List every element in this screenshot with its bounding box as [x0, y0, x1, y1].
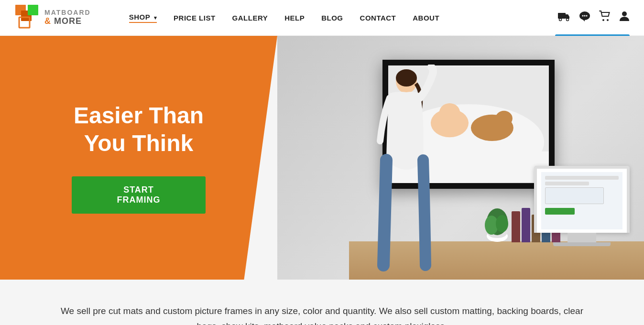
- monitor-stand: [568, 233, 596, 242]
- hero-section: Easier Than You Think START FRAMING Easi…: [0, 36, 644, 280]
- logo-icon: [14, 4, 41, 32]
- svg-point-6: [567, 19, 569, 21]
- svg-point-5: [559, 19, 562, 21]
- hero-heading: Easier Than You Think: [74, 102, 204, 157]
- main-nav: SHOP ▾ PRICE LIST GALLERY HELP BLOG CONT…: [129, 13, 558, 23]
- nav-shop[interactable]: SHOP ▾: [129, 13, 157, 23]
- monitor: [534, 166, 630, 246]
- svg-point-10: [586, 15, 588, 17]
- hero-right-panel: Easier than you think.: [277, 36, 644, 280]
- start-framing-button[interactable]: START FRAMING: [72, 176, 206, 214]
- svg-point-13: [622, 11, 627, 16]
- user-icon[interactable]: [619, 11, 630, 25]
- nav-about[interactable]: ABOUT: [413, 14, 439, 22]
- chat-icon[interactable]: [579, 11, 590, 24]
- cart-icon[interactable]: [599, 11, 611, 25]
- svg-point-11: [602, 19, 604, 21]
- nav-blog[interactable]: BLOG: [321, 14, 343, 22]
- svg-point-19: [495, 111, 513, 126]
- svg-rect-4: [558, 13, 566, 19]
- description-section: We sell pre cut mats and custom picture …: [0, 280, 644, 325]
- header: MATBOARD & MORE SHOP ▾ PRICE LIST GALLER…: [0, 0, 644, 36]
- monitor-display: [541, 172, 622, 230]
- svg-point-8: [582, 15, 584, 17]
- monitor-green-button: [545, 208, 574, 215]
- svg-point-26: [496, 215, 508, 232]
- truck-icon[interactable]: [558, 11, 570, 24]
- header-icons: Free Shipping over $50!: [558, 11, 630, 25]
- monitor-base: [553, 242, 611, 246]
- monitor-screen: [534, 166, 630, 233]
- logo-brand-top: MATBOARD: [44, 9, 91, 16]
- svg-point-17: [439, 103, 460, 122]
- person-silhouette: [354, 65, 440, 275]
- nav-price-list[interactable]: PRICE LIST: [174, 14, 216, 22]
- logo[interactable]: MATBOARD & MORE: [14, 4, 91, 32]
- nav-help[interactable]: HELP: [284, 14, 305, 22]
- description-text: We sell pre cut mats and custom picture …: [59, 303, 585, 325]
- nav-gallery[interactable]: GALLERY: [232, 14, 268, 22]
- logo-brand-bottom: & MORE: [44, 17, 91, 26]
- hero-left-panel: Easier Than You Think START FRAMING: [0, 36, 277, 280]
- monitor-bar-2: [545, 182, 589, 185]
- svg-rect-2: [28, 5, 38, 15]
- monitor-bar-1: [545, 176, 618, 180]
- nav-contact[interactable]: CONTACT: [360, 14, 396, 22]
- svg-point-12: [607, 19, 609, 21]
- svg-point-9: [584, 15, 586, 17]
- svg-point-22: [396, 69, 417, 87]
- plant: [483, 199, 512, 244]
- chevron-down-icon: ▾: [154, 15, 157, 21]
- logo-text: MATBOARD & MORE: [44, 9, 91, 26]
- monitor-bar-3: [545, 187, 604, 204]
